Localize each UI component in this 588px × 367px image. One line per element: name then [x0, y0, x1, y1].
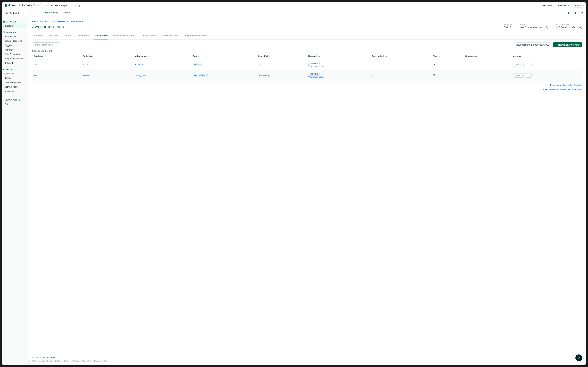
- sort-icon: ↑≡: [438, 55, 440, 57]
- breadcrumb-section[interactable]: DATABASES: [71, 20, 83, 22]
- tab-perf-advisor[interactable]: Performance Advisor: [113, 33, 136, 40]
- breadcrumb-project[interactable]: PROJECT 0: [58, 20, 68, 22]
- sidebar-item-goto[interactable]: Goto: [2, 102, 28, 107]
- project-menu-button[interactable]: ⋮: [35, 12, 40, 15]
- cell-collection-link[interactable]: assets: [83, 63, 89, 66]
- section-tabs: Data Services Charts: [43, 10, 70, 16]
- sidebar-heading-services: SERVICES: [2, 30, 28, 34]
- tab-charts[interactable]: Charts: [62, 10, 70, 16]
- view-compound-query-button[interactable]: VIEW COMPOUND QUERY EXAMPLE: [514, 42, 551, 47]
- user-menu[interactable]: Phil ▼: [573, 3, 584, 8]
- activity-button[interactable]: [574, 12, 577, 15]
- notifications-button[interactable]: [581, 12, 584, 15]
- sort-icon: ↑≡: [318, 55, 320, 57]
- invite-user-button[interactable]: [567, 12, 570, 15]
- sidebar-item-advanced[interactable]: Advanced: [2, 89, 28, 93]
- sidebar-item-clusters[interactable]: Clusters: [3, 24, 27, 28]
- col-type[interactable]: Type↑≡: [191, 53, 257, 59]
- row-more-button[interactable]: ···: [525, 63, 531, 67]
- sidebar-item-triggers[interactable]: Triggers: [2, 43, 28, 48]
- footer-contact-link[interactable]: Contact Sales: [94, 360, 107, 362]
- search-index-input[interactable]: [32, 42, 59, 47]
- sidebar-item-stream-processing[interactable]: Stream Processing: [2, 39, 28, 43]
- cell-size: 0B: [432, 70, 464, 81]
- org-selector[interactable]: Phil's Org - 2… ▼: [18, 3, 41, 7]
- col-size[interactable]: Size↑≡: [432, 53, 464, 59]
- search-index-input-wrapper: [32, 42, 59, 47]
- tab-realtime[interactable]: Real Time: [48, 33, 59, 40]
- tab-data-services[interactable]: Data Services: [43, 10, 58, 16]
- index-usage-text: Indexes Used: 2 of 3.: [32, 50, 582, 52]
- chevron-down-icon: ▼: [30, 12, 32, 14]
- tab-cmd-line[interactable]: Cmd Line Tools: [161, 33, 179, 40]
- cell-database: iaat: [32, 70, 81, 81]
- footer-blog-link[interactable]: Atlas Blog: [82, 360, 91, 362]
- all-clusters-link[interactable]: All Clusters: [541, 3, 555, 7]
- billing-link[interactable]: Billing: [73, 3, 82, 7]
- query-button[interactable]: QUERY: [513, 73, 523, 77]
- cell-collection-link[interactable]: assets: [83, 74, 89, 76]
- footer-status-link[interactable]: Status: [55, 360, 61, 362]
- svg-rect-5: [3, 69, 4, 70]
- tab-metrics[interactable]: Metrics: [63, 33, 72, 40]
- sidebar-item-data-federation[interactable]: Data Federation: [2, 52, 28, 57]
- sidebar-item-backup[interactable]: Backup: [2, 76, 28, 80]
- person-plus-icon: [567, 12, 570, 15]
- sidebar-heading-database: DATABASE: [2, 20, 28, 24]
- sidebar-item-atlas-search[interactable]: Atlas Search: [2, 34, 28, 39]
- breadcrumb-org[interactable]: PHIL'S ORG - 2021-04-10: [32, 20, 55, 22]
- project-selector[interactable]: Project 0 ▼: [4, 11, 34, 15]
- tab-collections[interactable]: Collections: [76, 33, 89, 40]
- puzzle-icon: [574, 12, 577, 15]
- cell-index-name-link[interactable]: vector_index: [134, 74, 147, 76]
- tab-overview[interactable]: Overview: [32, 33, 43, 40]
- col-status[interactable]: Statusⓘ↑≡: [307, 53, 370, 59]
- col-database[interactable]: Database↑≡: [32, 53, 81, 59]
- row-more-button[interactable]: ···: [525, 73, 531, 77]
- org-name: Phil's Org - 2…: [22, 4, 37, 7]
- create-search-index-button[interactable]: ＋ CREATE SEARCH INDEX: [553, 42, 582, 47]
- sidebar-item-network-access[interactable]: Network Access: [2, 85, 28, 89]
- lock-icon: [3, 68, 5, 70]
- cell-index-name-link[interactable]: url_index: [134, 63, 143, 66]
- status-detail-link[interactable]: View status details: [308, 65, 369, 67]
- sidebar-item-migration[interactable]: Migration: [2, 48, 28, 52]
- sidebar-heading-security: SECURITY: [2, 67, 28, 71]
- sidebar-item-quickstart[interactable]: Quickstart: [2, 71, 28, 76]
- cell-documents: [464, 70, 512, 81]
- top-bar: Atlas Phil's Org - 2… ▼ Access Manager ▼…: [2, 2, 586, 9]
- type-badge: search: [193, 63, 202, 66]
- footer-terms-link[interactable]: Terms: [64, 360, 70, 362]
- chevron-down-icon: ▼: [38, 4, 40, 6]
- status-detail-link[interactable]: View status details: [308, 76, 369, 78]
- system-status-value[interactable]: All Good: [46, 357, 55, 359]
- chat-fab-button[interactable]: [575, 354, 582, 361]
- learn-atlas-search-link[interactable]: Learn more about Atlas Search⧉: [550, 84, 582, 86]
- query-button[interactable]: QUERY: [513, 63, 523, 67]
- access-manager-link[interactable]: Access Manager ▼: [50, 3, 71, 7]
- sort-icon: ↑≡: [385, 55, 387, 57]
- col-collection[interactable]: Collection↑≡: [81, 53, 133, 59]
- tab-prog-access[interactable]: Programmatic Access: [183, 33, 207, 40]
- sidebar-item-database-access[interactable]: Database Access: [2, 80, 28, 85]
- sidebar-collapse-button[interactable]: ‹: [26, 359, 30, 364]
- breadcrumb: PHIL'S ORG - 2021-04-10 › PROJECT 0 › DA…: [32, 20, 582, 22]
- cluster-title: awesome-demo: [32, 24, 64, 29]
- chat-icon: [577, 356, 580, 359]
- footer-privacy-link[interactable]: Privacy: [73, 360, 79, 362]
- project-bar: Project 0 ▼ ⋮ Data Services Charts: [2, 9, 586, 17]
- get-help-link[interactable]: Get Help ▼: [557, 3, 571, 7]
- not-queryable-icon: ×: [371, 63, 373, 66]
- status-badge: PENDING: [308, 62, 319, 65]
- sidebar-item-data-api[interactable]: Data API: [2, 61, 28, 65]
- tab-atlas-search[interactable]: Atlas Search: [94, 33, 108, 40]
- gear-icon: [44, 4, 47, 7]
- col-index-name[interactable]: Index Name↑≡: [133, 53, 191, 59]
- settings-gear-button[interactable]: [43, 3, 48, 8]
- plus-icon: ＋: [555, 43, 557, 46]
- col-queryable[interactable]: Queryableⓘ↑≡: [370, 53, 431, 59]
- sidebar-item-new-on-atlas[interactable]: New On Atlas 7: [2, 98, 28, 102]
- learn-vector-search-link[interactable]: Learn more about Atlas Vector Search⧉: [543, 88, 582, 91]
- sidebar-item-programmatic-access[interactable]: Programmatic Access: [2, 57, 28, 61]
- tab-online-archive[interactable]: Online Archive: [140, 33, 157, 40]
